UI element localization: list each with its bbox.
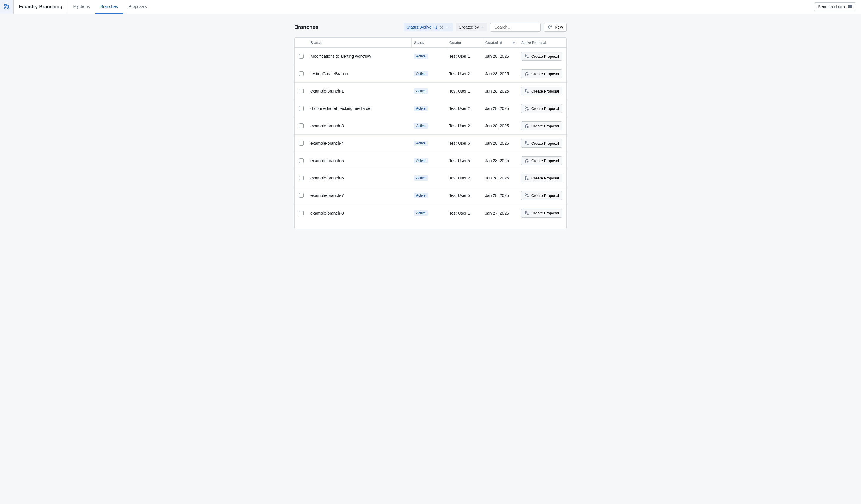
main-content: Branches Status: Active +1 Created by Ne… xyxy=(294,23,567,229)
created-at: Jan 28, 2025 xyxy=(483,158,519,163)
col-created-at[interactable]: Created at xyxy=(483,38,519,47)
new-branch-label: New xyxy=(555,25,563,29)
send-feedback-button[interactable]: Send feedback xyxy=(814,2,856,11)
created-by-filter-chip[interactable]: Created by xyxy=(456,23,487,31)
create-proposal-icon xyxy=(524,211,529,215)
create-proposal-button[interactable]: Create Proposal xyxy=(521,139,562,148)
sort-desc-icon xyxy=(512,41,516,45)
created-at: Jan 28, 2025 xyxy=(483,106,519,111)
branch-name[interactable]: example-branch-6 xyxy=(308,176,411,180)
create-proposal-button[interactable]: Create Proposal xyxy=(521,87,562,96)
new-branch-icon xyxy=(548,25,552,29)
search-input[interactable] xyxy=(494,25,546,29)
create-proposal-icon xyxy=(524,124,529,128)
clear-status-filter-icon[interactable] xyxy=(439,25,443,29)
create-proposal-button[interactable]: Create Proposal xyxy=(521,52,562,61)
creator-name: Test User 1 xyxy=(447,89,483,94)
nav-tabs: My itemsBranchesProposals xyxy=(68,0,152,14)
creator-name: Test User 5 xyxy=(447,158,483,163)
table-row: example-branch-6ActiveTest User 2Jan 28,… xyxy=(295,169,566,187)
table-row: example-branch-4ActiveTest User 5Jan 28,… xyxy=(295,135,566,152)
branch-name[interactable]: Modifications to alerting workflow xyxy=(308,54,411,59)
row-checkbox[interactable] xyxy=(299,141,304,145)
branching-icon xyxy=(3,3,10,10)
nav-tab-branches[interactable]: Branches xyxy=(95,0,123,14)
status-badge: Active xyxy=(414,193,428,198)
create-proposal-button[interactable]: Create Proposal xyxy=(521,69,562,78)
created-at: Jan 28, 2025 xyxy=(483,54,519,59)
status-badge: Active xyxy=(414,176,428,181)
branch-name[interactable]: drop media ref backing media set xyxy=(308,106,411,111)
row-checkbox[interactable] xyxy=(299,106,304,111)
create-proposal-button[interactable]: Create Proposal xyxy=(521,104,562,113)
table-row: example-branch-5ActiveTest User 5Jan 28,… xyxy=(295,152,566,169)
app-title: Foundry Branching xyxy=(14,0,68,14)
create-proposal-icon xyxy=(524,141,529,145)
created-by-label: Created by xyxy=(459,25,479,29)
table-footer xyxy=(295,222,566,229)
branch-name[interactable]: example-branch-3 xyxy=(308,124,411,128)
created-at: Jan 28, 2025 xyxy=(483,193,519,198)
status-badge: Active xyxy=(414,123,428,128)
create-proposal-label: Create Proposal xyxy=(531,176,559,180)
row-checkbox[interactable] xyxy=(299,89,304,94)
create-proposal-button[interactable]: Create Proposal xyxy=(521,173,562,182)
app-header: Foundry Branching My itemsBranchesPropos… xyxy=(0,0,861,14)
create-proposal-button[interactable]: Create Proposal xyxy=(521,156,562,165)
col-branch[interactable]: Branch xyxy=(308,41,411,45)
created-at: Jan 28, 2025 xyxy=(483,124,519,128)
create-proposal-label: Create Proposal xyxy=(531,141,559,145)
creator-name: Test User 2 xyxy=(447,106,483,111)
create-proposal-button[interactable]: Create Proposal xyxy=(521,191,562,200)
row-checkbox[interactable] xyxy=(299,54,304,59)
status-filter-chip[interactable]: Status: Active +1 xyxy=(404,23,453,31)
created-at: Jan 28, 2025 xyxy=(483,141,519,145)
nav-tab-proposals[interactable]: Proposals xyxy=(123,0,152,14)
created-at: Jan 28, 2025 xyxy=(483,176,519,180)
search-box[interactable] xyxy=(490,23,541,31)
create-proposal-label: Create Proposal xyxy=(531,193,559,198)
table-row: example-branch-7ActiveTest User 5Jan 28,… xyxy=(295,187,566,204)
branch-name[interactable]: example-branch-1 xyxy=(308,89,411,94)
branch-name[interactable]: example-branch-8 xyxy=(308,211,411,215)
page-title: Branches xyxy=(294,24,401,30)
toolbar: Branches Status: Active +1 Created by Ne… xyxy=(294,23,567,31)
col-status[interactable]: Status xyxy=(411,38,447,47)
nav-tab-my-items[interactable]: My items xyxy=(68,0,95,14)
branch-name[interactable]: example-branch-7 xyxy=(308,193,411,198)
creator-name: Test User 2 xyxy=(447,124,483,128)
row-checkbox[interactable] xyxy=(299,193,304,198)
feedback-icon xyxy=(848,4,852,9)
creator-name: Test User 2 xyxy=(447,71,483,76)
row-checkbox[interactable] xyxy=(299,71,304,76)
status-badge: Active xyxy=(414,141,428,146)
row-checkbox[interactable] xyxy=(299,211,304,215)
creator-name: Test User 5 xyxy=(447,193,483,198)
new-branch-button[interactable]: New xyxy=(544,23,567,31)
created-at: Jan 28, 2025 xyxy=(483,71,519,76)
creator-name: Test User 5 xyxy=(447,141,483,145)
branch-name[interactable]: example-branch-5 xyxy=(308,158,411,163)
create-proposal-label: Create Proposal xyxy=(531,72,559,76)
col-creator[interactable]: Creator xyxy=(447,38,483,47)
create-proposal-label: Create Proposal xyxy=(531,89,559,94)
create-proposal-icon xyxy=(524,71,529,76)
create-proposal-label: Create Proposal xyxy=(531,211,559,215)
col-active-proposal[interactable]: Active Proposal xyxy=(519,38,567,47)
status-badge: Active xyxy=(414,210,428,216)
branch-name[interactable]: testingCreateBranch xyxy=(308,71,411,76)
row-checkbox[interactable] xyxy=(299,176,304,180)
row-checkbox[interactable] xyxy=(299,158,304,163)
create-proposal-button[interactable]: Create Proposal xyxy=(521,209,562,218)
status-badge: Active xyxy=(414,106,428,111)
table-row: example-branch-3ActiveTest User 2Jan 28,… xyxy=(295,117,566,135)
create-proposal-icon xyxy=(524,176,529,180)
table-row: drop media ref backing media setActiveTe… xyxy=(295,100,566,117)
status-filter-caret-icon xyxy=(447,25,450,29)
row-checkbox[interactable] xyxy=(299,124,304,128)
create-proposal-button[interactable]: Create Proposal xyxy=(521,122,562,130)
creator-name: Test User 1 xyxy=(447,211,483,215)
branch-name[interactable]: example-branch-4 xyxy=(308,141,411,145)
table-header: Branch Status Creator Created at Active … xyxy=(295,38,566,48)
created-at: Jan 27, 2025 xyxy=(483,211,519,215)
